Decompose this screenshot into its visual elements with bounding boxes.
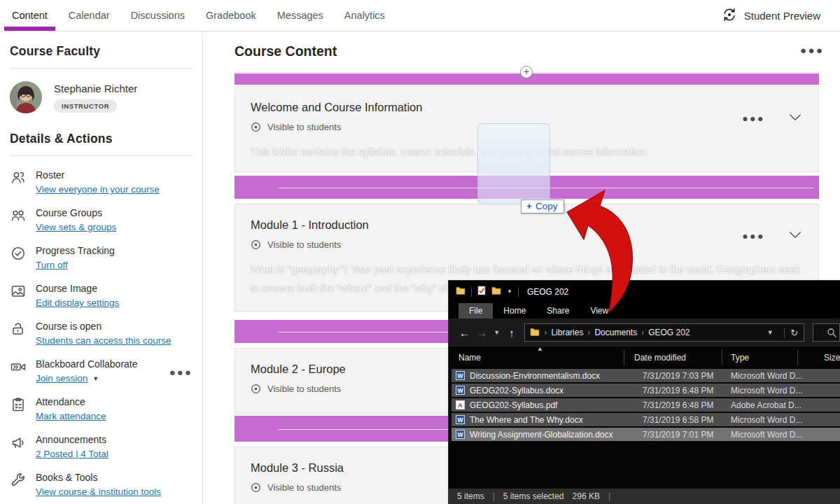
card-title[interactable]: Welcome and Course Information <box>251 101 803 114</box>
recent-locations-caret-icon[interactable]: ▼ <box>491 329 503 336</box>
breadcrumb-item[interactable]: Libraries <box>551 328 583 337</box>
sidebar-item-label: Books & Tools <box>36 471 192 484</box>
course-tabs: Content Calendar Discussions Gradebook M… <box>0 0 396 31</box>
attendance-clipboard-icon <box>10 396 27 413</box>
visible-eye-icon <box>251 122 261 132</box>
file-list-empty-area[interactable] <box>449 442 840 489</box>
file-row[interactable]: W Writing Assignment-Globalization.docx … <box>451 428 840 441</box>
folder-icon <box>456 286 465 297</box>
visibility-status[interactable]: Visible to students <box>267 122 341 132</box>
breadcrumb-item[interactable]: GEOG 202 <box>648 328 690 337</box>
student-preview-button[interactable]: Student Preview <box>722 7 840 24</box>
copy-label: Copy <box>536 201 558 211</box>
file-date-modified: 7/31/2019 7:03 PM <box>643 371 713 381</box>
status-item-count: 5 items <box>457 491 484 501</box>
copy-drop-tooltip: +Copy <box>521 200 564 214</box>
file-name: The Where and The Why.docx <box>470 415 583 425</box>
unlock-icon <box>10 321 27 337</box>
card-menu-button[interactable]: ●●● <box>742 230 765 241</box>
page-title: Course Content <box>234 43 337 59</box>
instructor-avatar[interactable] <box>10 81 42 113</box>
nav-tab[interactable]: Messages <box>267 0 334 31</box>
word-file-icon: W <box>456 430 465 439</box>
file-date-modified: 7/31/2019 6:48 PM <box>643 386 713 396</box>
nav-tab[interactable]: Analytics <box>334 0 396 31</box>
nav-tab[interactable]: Calendar <box>58 0 120 31</box>
course-content-menu-button[interactable]: ●●● <box>800 44 825 56</box>
chevron-down-icon[interactable]: ▼ <box>92 375 99 382</box>
refresh-icon[interactable]: ↻ <box>784 328 804 338</box>
sidebar-item: Books & Tools View course & institution … <box>10 471 192 499</box>
plus-icon: + <box>526 201 532 211</box>
file-name: GEOG202-Syllabus.docx <box>470 386 564 396</box>
column-header-name[interactable]: Name <box>458 353 481 363</box>
file-row[interactable]: W GEOG202-Syllabus.docx 7/31/2019 6:48 P… <box>451 384 840 397</box>
column-header-date[interactable]: Date modified <box>634 353 686 363</box>
sidebar-item-link[interactable]: View everyone in your course <box>36 182 160 197</box>
address-bar[interactable]: › Libraries › Documents › GEOG 202 › ▼ ↻ <box>524 323 804 342</box>
divider <box>471 287 472 297</box>
chevron-down-icon[interactable] <box>789 112 802 125</box>
sidebar-item-label: Announcements <box>36 433 192 447</box>
card-menu-button[interactable]: ●●● <box>742 113 765 124</box>
top-navigation: Content Calendar Discussions Gradebook M… <box>0 0 840 31</box>
sidebar-item-label: Course Groups <box>36 206 192 220</box>
sidebar-item-link[interactable]: Mark attendance <box>36 409 106 424</box>
student-preview-icon <box>722 7 737 24</box>
nav-tab[interactable]: Gradebook <box>195 0 267 31</box>
wrench-icon <box>10 472 27 489</box>
new-folder-icon[interactable] <box>491 286 501 297</box>
roster-icon <box>10 169 27 186</box>
course-content-area: Course Content ●●● + Welcome and Course … <box>203 31 840 504</box>
column-header-type[interactable]: Type <box>731 353 749 363</box>
column-header-size[interactable]: Size <box>824 353 840 363</box>
forward-button[interactable]: → <box>473 327 491 339</box>
card-title[interactable]: Module 1 - Introduction <box>251 218 803 232</box>
pdf-file-icon: A <box>456 400 465 410</box>
status-bar: 5 items | 5 items selected 296 KB | <box>449 489 840 504</box>
sidebar-item: Course Image Edit display settings▼ ●●● <box>10 282 192 310</box>
status-selected-size: 296 KB <box>573 491 600 501</box>
file-row[interactable]: A GEOG202-Syllabus.pdf 7/31/2019 6:48 PM… <box>451 398 840 412</box>
visible-eye-icon <box>251 384 261 394</box>
file-row[interactable]: W The Where and The Why.docx 7/31/2019 6… <box>451 413 840 426</box>
sidebar-item-link[interactable]: 2 Posted | 4 Total <box>36 447 108 461</box>
address-dropdown-caret-icon[interactable]: ▼ <box>760 329 780 336</box>
chevron-down-icon[interactable] <box>789 230 802 242</box>
visibility-status[interactable]: Visible to students <box>267 384 341 394</box>
sidebar-item-link[interactable]: Join session <box>36 371 88 386</box>
instructor-name[interactable]: Stephanie Richter <box>54 83 137 94</box>
add-content-button[interactable]: + <box>520 66 533 78</box>
nav-tab[interactable]: Content <box>1 0 58 31</box>
visibility-status[interactable]: Visible to students <box>267 239 341 250</box>
sidebar-item-link[interactable]: Turn off <box>36 258 68 272</box>
sidebar-item-link[interactable]: View sets & groups <box>36 220 116 234</box>
breadcrumb-item[interactable]: Documents <box>594 328 637 337</box>
sidebar-item-label: Progress Tracking <box>36 244 192 258</box>
sidebar-item: Roster View everyone in your course▼ ●●● <box>10 169 192 197</box>
back-button[interactable]: ← <box>456 327 473 339</box>
folder-icon <box>530 328 540 338</box>
sidebar-item-link[interactable]: View course & institution tools <box>36 484 161 499</box>
divider <box>518 287 519 297</box>
file-date-modified: 7/31/2019 6:48 PM <box>643 400 713 410</box>
word-file-icon: W <box>456 386 465 395</box>
quick-access-caret-icon[interactable]: ▼ <box>507 288 512 295</box>
file-row[interactable]: W Discussion-Environmentalism.docx 7/31/… <box>451 369 840 382</box>
search-box[interactable] <box>813 323 840 342</box>
explorer-titlebar[interactable]: ▼ GEOG 202 <box>449 281 840 302</box>
sidebar-item: Attendance Mark attendance▼ ●●● <box>10 396 192 424</box>
sidebar-item-link[interactable]: Edit display settings <box>36 295 119 310</box>
properties-check-icon[interactable] <box>477 286 486 298</box>
file-type: Microsoft Word D... <box>731 430 802 440</box>
sidebar-item-label: Roster <box>36 169 192 182</box>
ribbon-tab[interactable]: File <box>458 303 493 318</box>
ribbon-tab[interactable]: Home <box>493 303 536 318</box>
up-button[interactable]: ↑ <box>503 327 520 339</box>
visibility-status[interactable]: Visible to students <box>267 482 341 493</box>
sidebar-item-link[interactable]: Students can access this course <box>36 333 172 348</box>
nav-tab[interactable]: Discussions <box>120 0 195 31</box>
search-icon <box>827 328 836 337</box>
item-menu-button[interactable]: ●●● <box>169 366 192 378</box>
image-icon <box>10 283 27 300</box>
